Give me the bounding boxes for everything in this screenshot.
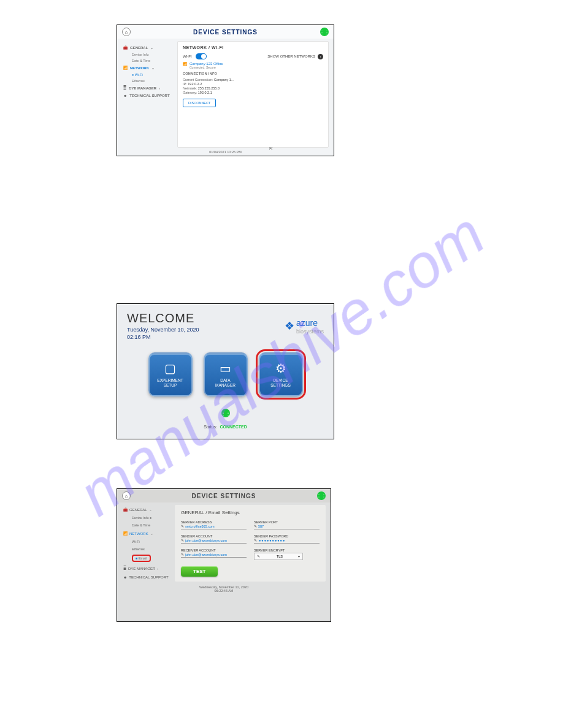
field-label: SERVER PORT [254,520,320,524]
encrypt-select[interactable]: ✎ TLS ▾ [254,553,303,560]
toolbox-icon: 🧰 [123,45,128,50]
sidebar-label: GENERAL [130,46,148,50]
footer-timestamp: 01/04/2021 10:26 PM [117,149,334,155]
page-title: DEVICE SETTINGS [193,29,258,36]
edit-icon: ✎ [181,539,184,542]
button-label: DATA MANAGER [215,378,236,388]
screenshot-welcome: WELCOME Tuesday, November 10, 2020 02:16… [117,303,334,439]
current-network-status: Connected, Secure [190,66,223,69]
test-button[interactable]: TEST [181,566,218,577]
wifi-icon: 📶 [123,66,128,70]
sliders-icon: ≣ [123,86,126,90]
sidebar-label: DYE MANAGER [128,567,155,571]
sidebar-item-general[interactable]: 🧰 GENERAL ⌄ [122,505,175,514]
show-other-networks-label: SHOW OTHER NETWORKS [267,55,315,58]
folder-icon: ▭ [220,361,231,376]
edit-icon: ✎ [181,525,184,528]
clipboard-icon: ▢ [164,361,176,376]
info-netmask: Netmask: 255.255.255.0 [183,86,323,90]
sliders-icon: ≣ [123,566,126,571]
chevron-down-icon: ⌄ [149,507,152,512]
logo-icon: ❖ [285,319,294,333]
sidebar-item-network[interactable]: 📶 NETWORK ⌄ [122,529,175,538]
device-settings-button[interactable]: ⚙ DEVICE SETTINGS [259,352,303,396]
chevron-right-icon: › [157,567,158,571]
field-value: john.doe@azurebiosys.com [185,553,227,556]
sidebar-sub-date-time[interactable]: Date & Time [122,58,177,64]
sidebar-item-technical-support[interactable]: ☻ TECHNICAL SUPPORT [122,573,175,582]
field-label: SERVER ADDRESS [181,520,247,524]
status-value: CONNECTED [220,425,247,429]
select-value: TLS [277,555,283,558]
field-receiver-account[interactable]: RECEIVER ACCOUNT ✎john.doe@azurebiosys.c… [181,548,247,560]
footer-timestamp: Wednesday, November 11, 2020 06:22:45 AM [117,584,331,594]
experiment-setup-button[interactable]: ▢ EXPERIMENT SETUP [148,352,193,396]
field-value: 587 [258,525,264,528]
field-server-port[interactable]: SERVER PORT ✎587 [254,520,320,529]
sidebar-item-network[interactable]: 📶 NETWORK ⌄ [122,64,177,72]
field-server-encrypt[interactable]: SERVER ENCRYPT ✎ TLS ▾ [254,548,320,560]
field-value: john.doe@azurebiosys.com [185,539,227,542]
screenshot-device-settings-wifi: ⌂ DEVICE SETTINGS ⋮⋮ 🧰 GENERAL ⌄ Device … [117,25,334,156]
connection-info-heading: CONNECTION INFO [183,72,323,75]
wifi-status-icon[interactable]: ⋮⋮ [317,491,326,500]
chevron-down-icon: ⌄ [150,45,153,50]
sidebar-label: NETWORK [130,66,149,70]
sidebar-item-dye-manager[interactable]: ≣ DYE MANAGER › [122,84,177,92]
button-label: DEVICE SETTINGS [270,378,291,388]
info-current-connection: Current Connection: Company 1... [183,78,323,82]
edit-icon: ✎ [181,553,184,556]
field-value: ●●●●●●●●●● [259,539,285,542]
sidebar-sub-ethernet[interactable]: Ethernet [122,545,175,553]
wifi-status-icon[interactable]: ⋮⋮ [320,28,329,36]
data-manager-button[interactable]: ▭ DATA MANAGER [204,352,248,396]
field-label: SENDER ACCOUNT [181,534,247,538]
page-title: DEVICE SETTINGS [191,493,256,499]
sidebar-item-general[interactable]: 🧰 GENERAL ⌄ [122,44,177,51]
field-sender-account[interactable]: SENDER ACCOUNT ✎john.doe@azurebiosys.com [181,534,247,544]
info-ip: IP: 192.0.2.2 [183,82,323,86]
sidebar-sub-wifi[interactable]: Wi-Fi [122,72,177,78]
wifi-icon: 📶 [183,62,187,66]
email-highlight: ■ Email [132,555,151,562]
button-label: EXPERIMENT SETUP [157,378,183,388]
cursor-icon: ⇱ [269,146,273,151]
settings-panel: NETWORK / WI-FI WI-FI SHOW OTHER NETWORK… [177,41,329,148]
wifi-toggle[interactable] [196,53,207,59]
disconnect-button[interactable]: DISCONNECT [183,99,216,107]
status-label: Status: [204,425,217,429]
sidebar-sub-ethernet[interactable]: Ethernet [122,78,177,84]
sidebar-label: TECHNICAL SUPPORT [129,94,169,97]
screenshot-device-settings-email: ⌂ DEVICE SETTINGS ⋮⋮ 🧰 GENERAL ⌄ Device … [117,488,331,622]
home-button[interactable]: ⌂ [122,491,131,500]
chevron-right-icon: › [159,86,160,90]
wifi-icon: 📶 [123,531,128,536]
welcome-date: Tuesday, November 10, 2020 [127,327,199,333]
gear-icon: ⚙ [275,361,286,376]
sidebar-item-technical-support[interactable]: ☻ TECHNICAL SUPPORT [122,92,177,99]
chevron-right-icon[interactable]: › [318,54,323,59]
settings-panel: GENERAL / Email Settings SERVER ADDRESS … [175,505,326,582]
field-label: SENDER PASSWORD [254,534,320,538]
sidebar-sub-date-time[interactable]: Date & Time [122,521,175,529]
field-label: SERVER ENCRYPT [254,548,320,552]
sidebar-sub-wifi[interactable]: Wi-Fi [122,538,175,545]
sidebar: 🧰 GENERAL ⌄ Device Info Date & Time 📶 NE… [122,41,177,148]
sidebar-label: GENERAL [129,508,147,512]
field-sender-password[interactable]: SENDER PASSWORD ✎●●●●●●●●●● [254,534,320,544]
field-server-address[interactable]: SERVER ADDRESS ✎smtp.office365.com [181,520,247,529]
sidebar-sub-email[interactable]: ■ Email [122,553,175,564]
sidebar-label: DYE MANAGER [129,86,156,90]
sidebar-item-dye-manager[interactable]: ≣ DYE MANAGER › [122,564,175,573]
field-value: smtp.office365.com [185,525,215,528]
welcome-time: 02:16 PM [127,334,199,340]
sidebar-sub-device-info[interactable]: Device Info [122,51,177,58]
person-icon: ☻ [123,94,127,97]
toolbox-icon: 🧰 [123,507,128,512]
wifi-label: WI-FI [183,55,192,58]
sidebar-sub-device-info[interactable]: Device Info ● [122,514,175,521]
home-button[interactable]: ⌂ [122,28,131,36]
logo-subtext: biosystems [296,328,324,335]
sidebar-label: NETWORK [129,532,148,536]
wifi-status-icon[interactable]: ⋮⋮ [221,409,230,417]
